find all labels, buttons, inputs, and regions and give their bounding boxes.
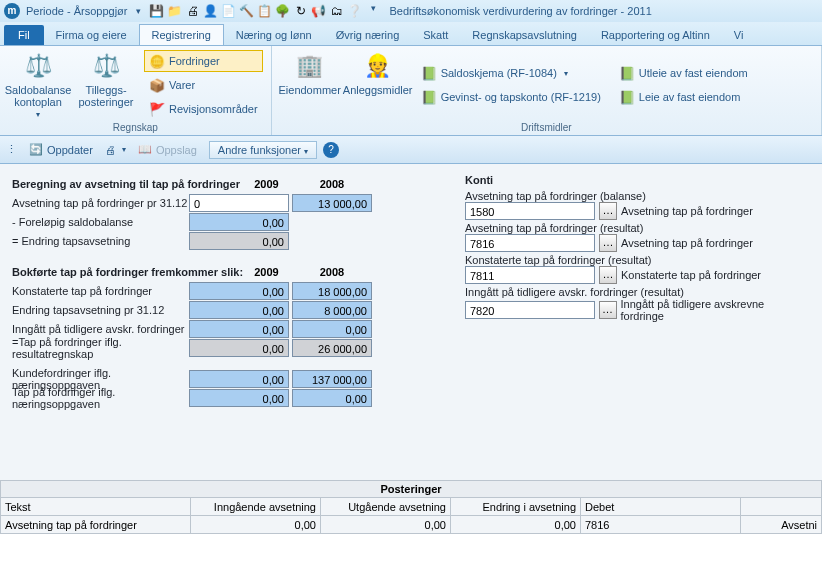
- chevron-down-icon[interactable]: ▾: [371, 3, 376, 19]
- lookup-button[interactable]: …: [599, 202, 617, 220]
- label: Utleie av fast eiendom: [639, 67, 748, 79]
- balance-plus-icon: ⚖️: [90, 50, 122, 82]
- window-title: Bedriftsøkonomisk verdivurdering av ford…: [390, 5, 652, 17]
- col-tekst[interactable]: Tekst: [1, 498, 191, 516]
- app-logo-icon: m: [4, 3, 20, 19]
- tilleggsposteringer-button[interactable]: ⚖️ Tilleggs-posteringer: [76, 50, 136, 120]
- cell: 8 000,00: [292, 301, 372, 319]
- group-label: Driftsmidler: [280, 122, 813, 133]
- tab-skatt[interactable]: Skatt: [411, 25, 460, 45]
- label: Inngått på tidligere avskr. fordringer: [12, 323, 189, 335]
- box-icon: 📦: [149, 77, 165, 93]
- fordringer-button[interactable]: 🪙Fordringer: [144, 50, 263, 72]
- tab-firma[interactable]: Firma og eiere: [44, 25, 139, 45]
- year-2008: 2008: [292, 175, 372, 193]
- chevron-down-icon: ▾: [36, 110, 40, 119]
- cell-last: Avsetni: [741, 516, 822, 534]
- list-icon[interactable]: 📋: [257, 3, 273, 19]
- help-icon[interactable]: ?: [323, 142, 339, 158]
- label: Endring tapsavsetning pr 31.12: [12, 304, 189, 316]
- form-icon: 📗: [421, 89, 437, 105]
- konti-heading: Konti: [465, 174, 810, 186]
- help-icon[interactable]: ❔: [347, 3, 363, 19]
- group-label: Regnskap: [8, 122, 263, 133]
- label: Tap på fordringer iflg. næringsoppgaven: [12, 386, 189, 410]
- tab-regnskap[interactable]: Regnskapsavslutning: [460, 25, 589, 45]
- chevron-down-icon[interactable]: ▾: [122, 145, 126, 154]
- cell: 0,00: [189, 320, 289, 338]
- main-tabs: Fil Firma og eiere Registrering Næring o…: [0, 22, 822, 46]
- lookup-button[interactable]: …: [599, 234, 617, 252]
- tab-registrering[interactable]: Registrering: [139, 24, 224, 45]
- oppdater-button[interactable]: 🔄Oppdater: [23, 141, 99, 158]
- konto-inngatt-input[interactable]: 7820: [465, 301, 595, 319]
- col-inn[interactable]: Inngående avsetning: [191, 498, 321, 516]
- calc-heading: Beregning av avsetning til tap på fordri…: [12, 178, 244, 190]
- calc-panel: Beregning av avsetning til tap på fordri…: [12, 174, 447, 480]
- col-ut[interactable]: Utgående avsetning: [321, 498, 451, 516]
- label: Andre funksjoner: [218, 144, 301, 156]
- tab-file[interactable]: Fil: [4, 25, 44, 45]
- cell: 0,00: [189, 370, 289, 388]
- period-selector[interactable]: Periode - Årsoppgjør: [26, 5, 128, 17]
- cell-ut: 0,00: [321, 516, 451, 534]
- sub-toolbar: ⋮ 🔄Oppdater 🖨▾ 📖Oppslag Andre funksjoner…: [0, 136, 822, 164]
- cards-icon[interactable]: 🗂: [329, 3, 345, 19]
- year-2009: 2009: [244, 175, 289, 193]
- folder-icon[interactable]: 📁: [167, 3, 183, 19]
- label: Varer: [169, 79, 195, 91]
- refresh-icon[interactable]: ↻: [293, 3, 309, 19]
- desc: Inngått på tidligere avskrevne fordringe: [621, 298, 810, 322]
- col-end[interactable]: Endring i avsetning: [451, 498, 581, 516]
- gevinst-button[interactable]: 📗Gevinst- og tapskonto (RF-1219): [416, 86, 606, 108]
- lookup-button[interactable]: …: [599, 301, 617, 319]
- hammer-icon[interactable]: 🔨: [239, 3, 255, 19]
- lookup-button[interactable]: …: [599, 266, 617, 284]
- tab-ovrig[interactable]: Øvrig næring: [324, 25, 412, 45]
- label: Oppslag: [156, 144, 197, 156]
- field-label: Konstaterte tap på fordringer (resultat): [465, 254, 810, 266]
- label: Tilleggs-posteringer: [76, 84, 136, 108]
- utleie-button[interactable]: 📗Utleie av fast eiendom: [614, 62, 753, 84]
- konto-resultat-input[interactable]: 7816: [465, 234, 595, 252]
- ribbon-group-regnskap: ⚖️ Saldobalanse kontoplan ▾ ⚖️ Tilleggs-…: [0, 46, 272, 135]
- konto-balanse-input[interactable]: 1580: [465, 202, 595, 220]
- cell: 0,00: [292, 320, 372, 338]
- varer-button[interactable]: 📦Varer: [144, 74, 263, 96]
- saldoskjema-button[interactable]: 📗Saldoskjema (RF-1084)▾: [416, 62, 606, 84]
- main-content: Beregning av avsetning til tap på fordri…: [0, 164, 822, 480]
- saldobalanse-button[interactable]: ⚖️ Saldobalanse kontoplan ▾: [8, 50, 68, 120]
- print-icon[interactable]: 🖨: [105, 144, 116, 156]
- flag-icon: 🚩: [149, 101, 165, 117]
- tab-naering[interactable]: Næring og lønn: [224, 25, 324, 45]
- hardhat-icon: 👷: [362, 50, 394, 82]
- avsetning-2009-input[interactable]: 0: [189, 194, 289, 212]
- eiendommer-button[interactable]: 🏢 Eiendommer: [280, 50, 340, 120]
- col-extra[interactable]: [741, 498, 822, 516]
- revisjon-button[interactable]: 🚩Revisjonsområder: [144, 98, 263, 120]
- andre-funksjoner-combo[interactable]: Andre funksjoner ▾: [209, 141, 317, 159]
- ribbon-group-driftsmidler: 🏢 Eiendommer 👷 Anleggsmidler 📗Saldoskjem…: [272, 46, 822, 135]
- konto-konstaterte-input[interactable]: 7811: [465, 266, 595, 284]
- col-debet[interactable]: Debet: [581, 498, 741, 516]
- save-icon[interactable]: 💾: [149, 3, 165, 19]
- tab-rapportering[interactable]: Rapportering og Altinn: [589, 25, 722, 45]
- posteringer-grid[interactable]: Tekst Inngående avsetning Utgående avset…: [0, 497, 822, 534]
- user-icon[interactable]: 👤: [203, 3, 219, 19]
- print-icon[interactable]: 🖨: [185, 3, 201, 19]
- tab-vi[interactable]: Vi: [722, 25, 756, 45]
- desc: Avsetning tap på fordringer: [621, 237, 753, 249]
- field-label: Avsetning tap på fordringer (balanse): [465, 190, 810, 202]
- chevron-down-icon[interactable]: ▾: [136, 6, 141, 16]
- megaphone-icon[interactable]: 📢: [311, 3, 327, 19]
- tree-icon[interactable]: 🌳: [275, 3, 291, 19]
- grid-row[interactable]: Avsetning tap på fordringer 0,00 0,00 0,…: [1, 516, 822, 534]
- anleggsmidler-button[interactable]: 👷 Anleggsmidler: [348, 50, 408, 120]
- cell: 0,00: [189, 301, 289, 319]
- label: Gevinst- og tapskonto (RF-1219): [441, 91, 601, 103]
- grid-header: Tekst Inngående avsetning Utgående avset…: [1, 498, 822, 516]
- saldo-2009: 0,00: [189, 213, 289, 231]
- form-icon: 📗: [619, 65, 635, 81]
- leie-button[interactable]: 📗Leie av fast eiendom: [614, 86, 753, 108]
- sheet-icon[interactable]: 📄: [221, 3, 237, 19]
